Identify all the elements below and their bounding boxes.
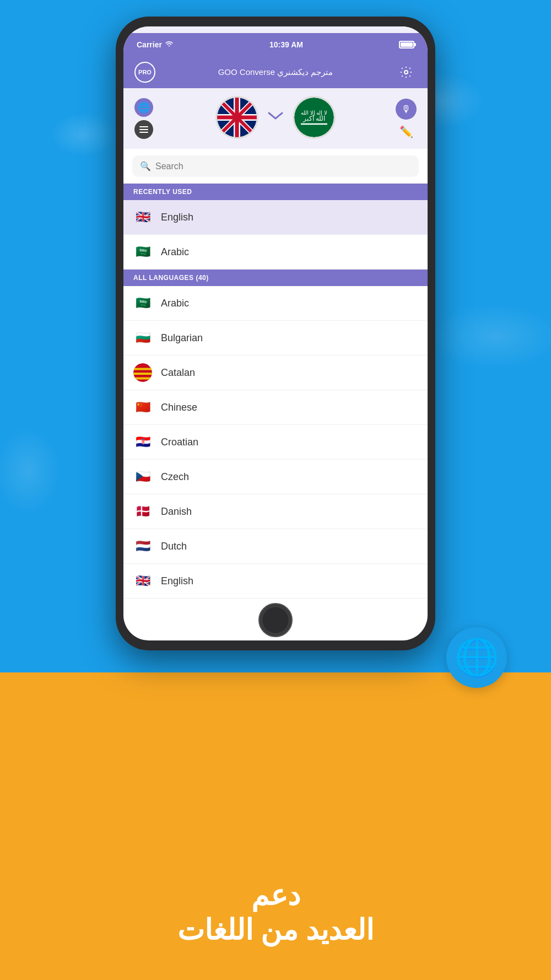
czech-label: Czech: [161, 471, 189, 483]
left-icons: 🌐: [134, 98, 153, 139]
arabic-label: Arabic: [161, 298, 189, 309]
top-notch: [123, 26, 428, 33]
svg-text:لا إله إلا الله: لا إله إلا الله: [301, 110, 327, 116]
app-title: GOO Converse مترجم ديكشنري: [155, 67, 396, 77]
arabic-flag-recent: 🇸🇦: [133, 243, 152, 261]
search-input[interactable]: [155, 161, 411, 171]
lang-item-croatian[interactable]: 🇭🇷 Croatian: [123, 425, 428, 460]
source-language-flag[interactable]: [215, 96, 258, 139]
svg-rect-20: [133, 368, 152, 370]
svg-rect-2: [139, 129, 148, 130]
flags-area: 🌐: [123, 88, 428, 149]
chinese-flag: 🇨🇳: [133, 398, 152, 417]
catalan-label: Catalan: [161, 367, 195, 379]
phone-screen: Carrier 10:39 AM PRO GOO Converse مترجم …: [123, 26, 428, 640]
english-label-recent: English: [161, 212, 193, 223]
bulgarian-label: Bulgarian: [161, 332, 203, 344]
danish-flag: 🇩🇰: [133, 502, 152, 521]
pro-badge[interactable]: PRO: [134, 62, 155, 83]
search-icon: 🔍: [140, 161, 151, 171]
lang-item-chinese[interactable]: 🇨🇳 Chinese: [123, 390, 428, 425]
battery-icon: [399, 41, 414, 49]
svg-point-0: [404, 71, 408, 74]
lang-item-arabic[interactable]: 🇸🇦 Arabic: [123, 286, 428, 321]
carrier-label: Carrier: [137, 40, 174, 49]
right-icons: 🎙 ✏️: [396, 99, 417, 138]
chinese-label: Chinese: [161, 402, 197, 413]
danish-label: Danish: [161, 506, 192, 518]
lang-item-dutch[interactable]: 🇳🇱 Dutch: [123, 529, 428, 564]
english-flag: 🇬🇧: [133, 572, 152, 590]
english-flag-recent: 🇬🇧: [133, 208, 152, 227]
globe-watermark-icon: 🌐: [446, 627, 507, 688]
phone-device: Carrier 10:39 AM PRO GOO Converse مترجم …: [116, 17, 435, 650]
wifi-icon: [165, 41, 174, 48]
czech-flag: 🇨🇿: [133, 467, 152, 486]
settings-button[interactable]: [396, 62, 417, 83]
recently-used-english[interactable]: 🇬🇧 English: [123, 200, 428, 235]
svg-rect-3: [139, 132, 148, 133]
flags-center: الله أكبر لا إله إلا الله: [215, 96, 336, 139]
mic-button[interactable]: 🎙: [396, 99, 417, 120]
svg-rect-1: [139, 126, 148, 127]
arabic-line2: العديد من اللغات: [177, 913, 374, 947]
battery-fill: [401, 42, 413, 47]
arabic-line1: دعم: [251, 878, 300, 912]
target-language-flag[interactable]: الله أكبر لا إله إلا الله: [293, 96, 336, 139]
lang-item-catalan[interactable]: Catalan: [123, 356, 428, 390]
recently-used-arabic[interactable]: 🇸🇦 Arabic: [123, 235, 428, 270]
dutch-flag: 🇳🇱: [133, 537, 152, 556]
arabic-flag: 🇸🇦: [133, 294, 152, 313]
search-bar: 🔍: [132, 155, 419, 177]
lang-item-danish[interactable]: 🇩🇰 Danish: [123, 494, 428, 529]
catalan-flag: [133, 363, 152, 382]
recently-used-header: RECENTLY USED: [123, 184, 428, 200]
lang-item-english[interactable]: 🇬🇧 English: [123, 564, 428, 599]
swap-languages-button[interactable]: [267, 110, 284, 125]
croatian-flag: 🇭🇷: [133, 433, 152, 451]
globe-button[interactable]: 🌐: [134, 98, 153, 117]
all-languages-header: ALL LANGUAGES (40): [123, 270, 428, 286]
carrier-text: Carrier: [137, 40, 162, 49]
bottom-text-area: دعم العديد من اللغات: [0, 688, 551, 980]
bulgarian-flag: 🇧🇬: [133, 329, 152, 347]
edit-button[interactable]: ✏️: [399, 125, 413, 138]
svg-rect-21: [133, 373, 152, 375]
app-header: PRO GOO Converse مترجم ديكشنري: [123, 56, 428, 88]
home-button[interactable]: [258, 603, 293, 637]
dutch-label: Dutch: [161, 541, 187, 552]
lang-item-czech[interactable]: 🇨🇿 Czech: [123, 460, 428, 494]
status-bar: Carrier 10:39 AM: [123, 33, 428, 56]
arabic-label-recent: Arabic: [161, 246, 189, 258]
menu-button[interactable]: [134, 120, 153, 139]
english-label: English: [161, 575, 193, 587]
croatian-label: Croatian: [161, 437, 198, 448]
home-button-inner: [262, 606, 289, 634]
status-time: 10:39 AM: [269, 40, 303, 49]
language-list: RECENTLY USED 🇬🇧 English 🇸🇦 Arabic ALL L…: [123, 184, 428, 640]
lang-item-bulgarian[interactable]: 🇧🇬 Bulgarian: [123, 321, 428, 356]
